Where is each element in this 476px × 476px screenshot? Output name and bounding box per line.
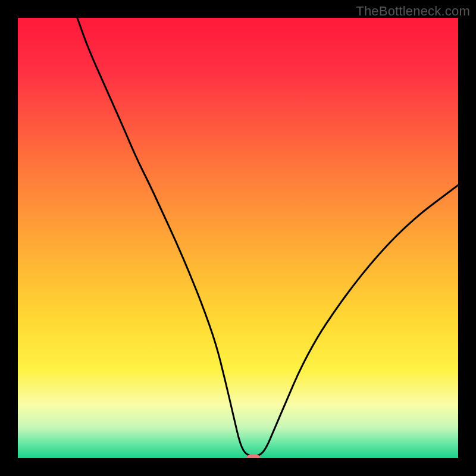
chart-frame: TheBottleneck.com (0, 0, 476, 476)
plot-area (18, 18, 458, 458)
gradient-background (18, 18, 458, 458)
watermark-text: TheBottleneck.com (356, 4, 470, 19)
chart-svg (18, 18, 458, 458)
